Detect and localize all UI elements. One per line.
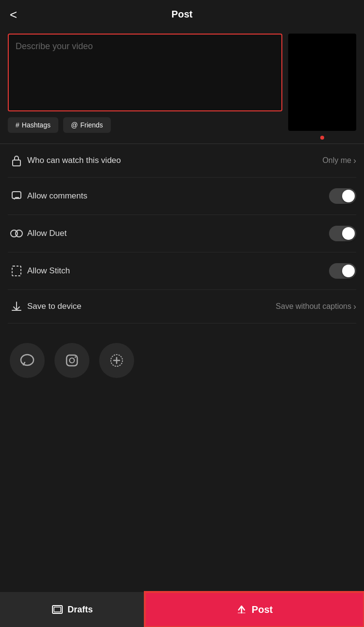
allow-stitch-toggle[interactable] <box>329 263 356 279</box>
at-symbol: @ <box>71 121 78 129</box>
share-add-button[interactable] <box>99 343 134 378</box>
back-button[interactable]: < <box>10 8 17 21</box>
share-messages-button[interactable] <box>10 343 45 378</box>
svg-point-8 <box>75 357 76 358</box>
toggle-slider <box>329 188 356 204</box>
post-label: Post <box>252 604 273 615</box>
description-column: Describe your video # Hashtags @ Friends <box>8 34 282 133</box>
hashtag-symbol: # <box>16 121 19 129</box>
chevron-right-icon: › <box>353 156 356 166</box>
top-section: Describe your video # Hashtags @ Friends <box>0 29 364 138</box>
svg-rect-4 <box>12 266 21 276</box>
save-to-device-label: Save to device <box>27 302 276 311</box>
save-to-device-value: Save without captions › <box>276 302 356 312</box>
svg-point-7 <box>69 358 74 363</box>
lock-icon <box>8 155 25 166</box>
toggle-slider <box>329 263 356 279</box>
allow-comments-row[interactable]: Allow comments <box>8 178 356 215</box>
allow-stitch-row[interactable]: Allow Stitch <box>8 252 356 290</box>
drafts-label: Drafts <box>68 605 93 615</box>
duet-icon <box>8 228 25 239</box>
save-to-device-row[interactable]: Save to device Save without captions › <box>8 290 356 323</box>
description-input-box[interactable]: Describe your video <box>8 34 282 111</box>
who-can-watch-row[interactable]: Who can watch this video Only me › <box>8 144 356 178</box>
video-thumbnail <box>288 34 356 131</box>
allow-stitch-label: Allow Stitch <box>27 266 329 276</box>
who-can-watch-label: Who can watch this video <box>27 156 322 165</box>
allow-duet-toggle[interactable] <box>329 226 356 241</box>
hashtags-label: Hashtags <box>22 121 51 129</box>
svg-rect-11 <box>54 607 61 612</box>
bottom-action-bar: Drafts Post <box>0 592 364 627</box>
allow-comments-toggle[interactable] <box>329 188 356 204</box>
share-instagram-button[interactable] <box>54 343 89 378</box>
post-icon <box>236 604 247 615</box>
thumbnail-indicator <box>320 136 324 140</box>
comment-icon <box>8 191 25 201</box>
svg-rect-0 <box>13 160 20 166</box>
post-button[interactable]: Post <box>145 592 364 627</box>
allow-duet-row[interactable]: Allow Duet <box>8 215 356 252</box>
toggle-slider <box>329 226 356 241</box>
download-icon <box>8 301 25 312</box>
svg-point-5 <box>21 355 34 365</box>
allow-duet-label: Allow Duet <box>27 229 329 238</box>
svg-point-3 <box>16 230 22 237</box>
drafts-button[interactable]: Drafts <box>0 592 145 627</box>
friends-label: Friends <box>80 121 103 129</box>
friends-button[interactable]: @ Friends <box>63 117 111 133</box>
chevron-right-icon: › <box>353 302 356 312</box>
drafts-icon <box>52 605 63 614</box>
hashtags-button[interactable]: # Hashtags <box>8 117 58 133</box>
stitch-icon <box>8 265 25 277</box>
who-can-watch-value: Only me › <box>322 156 356 166</box>
allow-comments-label: Allow comments <box>27 191 329 201</box>
description-placeholder: Describe your video <box>16 41 93 51</box>
tag-buttons-row: # Hashtags @ Friends <box>8 117 282 133</box>
share-row <box>0 323 364 393</box>
page-title: Post <box>172 9 192 20</box>
header: < Post <box>0 0 364 29</box>
settings-list: Who can watch this video Only me › Allow… <box>0 144 364 323</box>
